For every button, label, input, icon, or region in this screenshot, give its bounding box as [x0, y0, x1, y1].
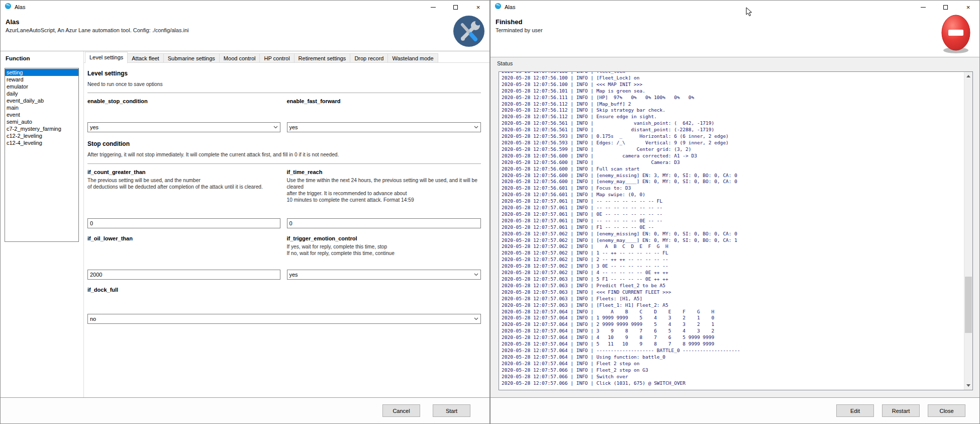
minimize-button[interactable] — [422, 1, 444, 14]
enable-fast-forward-select[interactable]: yes — [287, 122, 481, 132]
log-text: 2020-05-28 12:07:56.100 | INFO | fleet_l… — [502, 71, 961, 386]
restart-button[interactable]: Restart — [882, 404, 920, 417]
function-list-item[interactable]: event_daily_ab — [5, 97, 78, 104]
field-desc-if-trigger-emotion-control: If yes, wait for reply, complete this ti… — [287, 243, 481, 257]
minimize-button[interactable] — [912, 1, 934, 14]
log-header: Finished Terminated by user — [491, 14, 979, 57]
close-icon: × — [476, 4, 480, 11]
tab[interactable]: Retirement settings — [294, 53, 351, 63]
run-status-title: Finished — [491, 14, 979, 27]
tab[interactable]: Attack fleet — [127, 53, 163, 63]
window-title: Alas — [15, 4, 25, 10]
group-title-stop-condition: Stop condition — [87, 140, 481, 147]
field-label-if-oil-lower-than: if_oil_lower_than — [87, 235, 280, 241]
function-list-item[interactable]: event — [5, 111, 78, 118]
window-title: Alas — [505, 4, 515, 10]
enable-stop-condition-select[interactable]: yes — [87, 122, 280, 132]
chevron-down-icon — [273, 126, 278, 129]
field-label-if-count-greater-than: if_count_greater_than — [87, 169, 280, 175]
run-status-subtitle: Terminated by user — [491, 27, 979, 33]
scroll-down-icon[interactable] — [964, 381, 972, 390]
if-time-reach-field — [287, 218, 481, 228]
field-label-enable-stop-condition: enable_stop_condition — [87, 98, 280, 104]
function-list-item[interactable]: emulator — [5, 83, 78, 90]
if-time-reach-input[interactable] — [289, 220, 479, 226]
page-title: Alas — [1, 14, 489, 27]
chevron-down-icon — [474, 317, 478, 320]
maximize-icon — [943, 5, 948, 10]
chevron-down-icon — [474, 273, 478, 276]
config-header: Alas AzurLaneAutoScript, An Azur Lane au… — [1, 14, 489, 51]
stopped-badge-icon — [939, 14, 972, 55]
cancel-button[interactable]: Cancel — [382, 404, 420, 417]
app-logo-icon — [495, 3, 502, 12]
tab[interactable]: Level settings — [85, 52, 128, 63]
if-count-greater-than-input[interactable] — [90, 220, 278, 226]
close-icon: × — [966, 4, 970, 11]
tab[interactable]: Drop record — [350, 53, 388, 63]
edit-button[interactable]: Edit — [836, 404, 874, 417]
function-list-item[interactable]: reward — [5, 76, 78, 83]
tab[interactable]: Mood control — [219, 53, 260, 63]
settings-tab-panel: Level settingsAttack fleetSubmarine sett… — [83, 51, 489, 397]
function-list[interactable]: settingrewardemulatordailyevent_daily_ab… — [5, 68, 79, 242]
alas-config-window: Alas × Alas AzurLaneAutoScript, An Azur … — [0, 0, 490, 424]
function-list-item[interactable]: main — [5, 104, 78, 111]
start-button[interactable]: Start — [433, 404, 470, 417]
group-title-level-settings: Level settings — [87, 70, 481, 77]
tab[interactable]: Submarine settings — [163, 53, 220, 63]
group-desc-stop-condition: After triggering, it will not stop immed… — [87, 151, 481, 158]
minimize-icon — [431, 7, 436, 8]
function-list-item[interactable]: daily — [5, 90, 78, 97]
if-oil-lower-than-field — [87, 270, 280, 280]
log-footer: Edit Restart Close — [491, 397, 979, 423]
log-scrollbar[interactable] — [964, 72, 972, 390]
if-trigger-emotion-control-select[interactable]: yes — [287, 270, 481, 280]
tab[interactable]: HP control — [259, 53, 294, 63]
status-label: Status — [491, 57, 979, 66]
app-logo-icon — [5, 3, 12, 12]
divider — [87, 93, 481, 93]
field-label-if-dock-full: if_dock_full — [87, 287, 481, 293]
close-button[interactable]: × — [467, 1, 489, 14]
log-output[interactable]: 2020-05-28 12:07:56.100 | INFO | fleet_l… — [499, 71, 973, 390]
close-run-button[interactable]: Close — [928, 404, 965, 417]
titlebar: Alas × — [1, 1, 489, 14]
mouse-cursor — [746, 7, 752, 19]
function-list-item[interactable]: c7-2_mystery_farming — [5, 125, 78, 132]
field-label-if-trigger-emotion-control: if_trigger_emotion_control — [287, 235, 481, 241]
minimize-icon — [921, 7, 926, 8]
divider — [87, 163, 481, 164]
maximize-button[interactable] — [444, 1, 467, 14]
scroll-up-icon[interactable] — [964, 72, 972, 80]
chevron-down-icon — [474, 126, 478, 129]
config-body: Function settingrewardemulatordailyevent… — [1, 51, 489, 397]
function-list-item[interactable]: c12-4_leveling — [5, 139, 78, 146]
titlebar: Alas × — [491, 1, 979, 14]
field-label-if-time-reach: if_time_reach — [287, 169, 481, 175]
function-list-item[interactable]: c12-2_leveling — [5, 132, 78, 139]
function-list-item[interactable]: semi_auto — [5, 118, 78, 125]
group-desc-level-settings: Need to run once to save options — [87, 81, 481, 88]
field-desc-if-time-reach: Use the time within the next 24 hours, t… — [287, 177, 481, 204]
alas-log-window: Alas × Finished Terminated by user Statu — [490, 0, 980, 424]
tab-strip: Level settingsAttack fleetSubmarine sett… — [84, 51, 489, 63]
tools-badge-icon — [453, 15, 485, 47]
if-oil-lower-than-input[interactable] — [90, 272, 278, 278]
if-dock-full-select[interactable]: no — [87, 314, 481, 324]
close-button[interactable]: × — [957, 1, 979, 14]
maximize-button[interactable] — [934, 1, 957, 14]
if-count-greater-than-field — [87, 218, 280, 228]
field-label-enable-fast-forward: enable_fast_forward — [287, 98, 481, 104]
status-area: Status 2020-05-28 12:07:56.100 | INFO | … — [491, 57, 979, 397]
maximize-icon — [453, 5, 458, 10]
config-footer: Cancel Start — [1, 397, 489, 423]
tab[interactable]: Wasteland mode — [387, 53, 438, 63]
function-list-item[interactable]: setting — [5, 69, 78, 76]
field-desc-if-count-greater-than: The previous setting will be used, and t… — [87, 177, 280, 191]
scrollbar-thumb[interactable] — [965, 277, 972, 333]
page-subtitle: AzurLaneAutoScript, An Azur Lane automat… — [1, 27, 489, 33]
